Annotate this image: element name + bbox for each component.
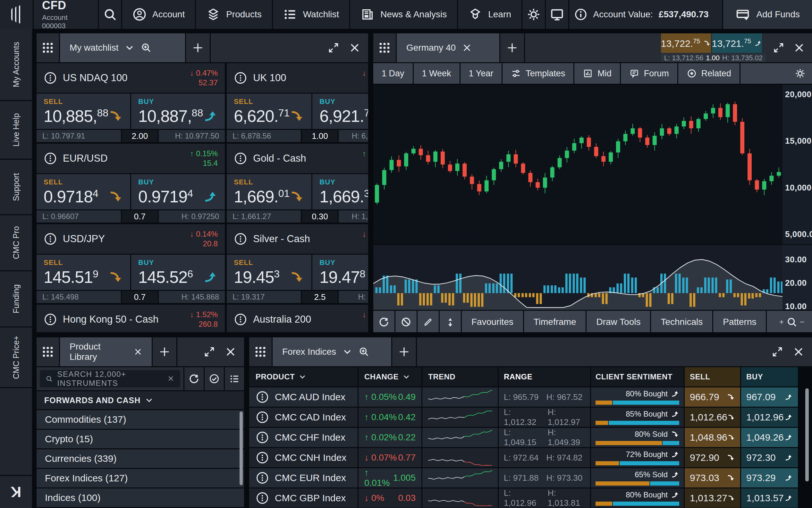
sell-price-button[interactable]: 972.90 (685, 448, 740, 467)
cmc-bottom-logo[interactable]: K (0, 476, 32, 508)
kebab-circle-icon[interactable] (256, 491, 269, 505)
column-header-change[interactable]: CHANGE (358, 367, 421, 386)
buy-price-button[interactable]: BUY10,887,88 (131, 94, 225, 129)
sell-price-button[interactable]: SELL6,620.71 (227, 94, 311, 129)
panel-drag-handle[interactable] (37, 337, 59, 366)
sell-price-button[interactable]: SELL0.97184 (37, 174, 130, 209)
nav-products[interactable]: Products (196, 0, 272, 29)
expand-icon[interactable] (773, 42, 784, 53)
expand-icon[interactable] (772, 346, 783, 357)
gear-icon[interactable] (795, 68, 806, 79)
sell-price-button[interactable]: SELL145.519 (37, 255, 130, 290)
product-cell[interactable]: CMC CNH Index (249, 448, 357, 467)
close-tab-icon[interactable] (462, 43, 472, 53)
buy-price-button[interactable]: 967.09 (741, 387, 798, 407)
add-tab-button[interactable] (153, 337, 176, 366)
info-icon[interactable] (574, 8, 588, 21)
zoom-minus-label[interactable]: − (800, 318, 804, 327)
draw-tools-button[interactable]: Draw Tools (587, 311, 650, 332)
kebab-circle-icon[interactable] (234, 313, 247, 326)
close-icon[interactable] (225, 346, 237, 357)
watchlist-tab[interactable]: My watchlist (60, 33, 185, 62)
sell-price-button[interactable]: 1,013.27 (685, 489, 740, 508)
panel-drag-handle[interactable] (249, 337, 272, 366)
sell-price-button[interactable]: 1,012.66 (685, 408, 740, 427)
forex-indices-tab[interactable]: Forex Indices (272, 337, 391, 366)
panel-drag-handle[interactable] (373, 33, 396, 62)
product-cell[interactable]: CMC GBP Index (249, 489, 357, 508)
settings-button[interactable] (522, 0, 545, 29)
kebab-circle-icon[interactable] (256, 471, 269, 484)
buy-price-button[interactable]: BUY0.97194 (131, 174, 225, 209)
kebab-circle-icon[interactable] (234, 71, 247, 85)
kebab-circle-icon[interactable] (256, 451, 269, 464)
nav-learn[interactable]: Learn (458, 0, 521, 29)
templates-button[interactable]: Templates (503, 63, 573, 84)
panel-drag-handle[interactable] (37, 33, 59, 62)
buy-price-button[interactable]: 1,013.57 (741, 489, 798, 508)
product-category-item[interactable]: Forex Indices (127) (37, 469, 244, 488)
app-title[interactable]: CFD Account 000003 (34, 0, 98, 29)
buy-price-button[interactable]: BUY1,669.31 (312, 174, 368, 209)
product-library-tab[interactable]: Product Library (60, 337, 152, 366)
sidebar-item-live-help[interactable]: Live Help (0, 101, 32, 159)
search-button[interactable] (99, 0, 121, 29)
add-funds-button[interactable]: Add Funds (723, 0, 812, 29)
column-header-product[interactable]: PRODUCT (249, 367, 357, 386)
favourites-button[interactable]: Favourites (462, 311, 523, 332)
kebab-circle-icon[interactable] (256, 431, 269, 444)
kebab-circle-icon[interactable] (256, 390, 269, 404)
expand-icon[interactable] (328, 42, 339, 53)
close-icon[interactable] (794, 42, 805, 53)
expand-icon[interactable] (204, 346, 215, 357)
kebab-circle-icon[interactable] (234, 232, 247, 246)
column-header-trend[interactable]: TREND (422, 367, 498, 386)
kebab-circle-icon[interactable] (44, 232, 57, 246)
clear-search-icon[interactable]: ✕ (167, 374, 174, 383)
timeframe-button[interactable]: Timeframe (524, 311, 586, 332)
sidebar-item-support[interactable]: Support (0, 160, 32, 214)
buy-price-button[interactable]: BUY145.526 (131, 255, 225, 290)
chevron-down-icon[interactable] (125, 43, 134, 53)
period-1-day[interactable]: 1 Day (373, 63, 413, 84)
nav-news-analysis[interactable]: News & Analysis (350, 0, 457, 29)
zoom-in-icon[interactable] (141, 42, 152, 53)
product-category-item[interactable]: Crypto (15) (37, 430, 244, 448)
forum-button[interactable]: Forum (621, 63, 677, 84)
indicator-chart[interactable]: 30.00 20.00 10.00 (373, 245, 812, 310)
product-cell[interactable]: CMC EUR Index (249, 468, 357, 488)
filter-available-button[interactable] (205, 367, 224, 390)
cmc-logo[interactable] (0, 0, 33, 29)
search-zoom-icon[interactable] (786, 316, 797, 328)
add-tab-button[interactable] (500, 33, 524, 62)
kebab-circle-icon[interactable] (44, 71, 57, 85)
close-icon[interactable] (349, 42, 360, 53)
draw-button[interactable] (418, 311, 439, 332)
zoom-in-icon[interactable] (358, 346, 370, 357)
product-cell[interactable]: CMC CHF Index (249, 428, 357, 447)
instrument-search-input[interactable]: SEARCH 12,000+ INSTRUMENTS ✕ (40, 370, 180, 387)
period-1-year[interactable]: 1 Year (461, 63, 502, 84)
category-section-header[interactable]: FORWARDS AND CASH (37, 391, 244, 409)
platform-button[interactable] (546, 0, 568, 29)
chart-sell-button[interactable]: 13,722.75 (661, 33, 711, 53)
sort-button[interactable] (440, 311, 461, 332)
period-1-week[interactable]: 1 Week (414, 63, 460, 84)
sell-price-button[interactable]: SELL10,885,88 (37, 94, 130, 129)
buy-price-button[interactable]: 973.29 (741, 468, 798, 488)
add-tab-button[interactable] (186, 33, 210, 62)
product-category-item[interactable]: Indices (100) (37, 489, 244, 507)
sidebar-item-cmc-pro[interactable]: CMC Pro (0, 215, 32, 270)
chevron-down-icon[interactable] (342, 347, 352, 356)
close-icon[interactable] (793, 346, 804, 357)
product-cell[interactable]: CMC AUD Index (249, 387, 357, 407)
add-tab-button[interactable] (392, 337, 416, 366)
sell-price-button[interactable]: SELL19.453 (227, 255, 311, 290)
sell-price-button[interactable]: 1,048.96 (685, 428, 740, 447)
product-category-item[interactable]: Commodities (137) (37, 410, 244, 429)
buy-price-button[interactable]: 1,049.26 (741, 428, 798, 447)
sell-price-button[interactable]: 966.79 (685, 387, 740, 407)
column-header-buy[interactable]: BUY (741, 367, 798, 386)
scrollbar-thumb[interactable] (240, 412, 243, 485)
mid-button[interactable]: Mid (574, 63, 620, 84)
